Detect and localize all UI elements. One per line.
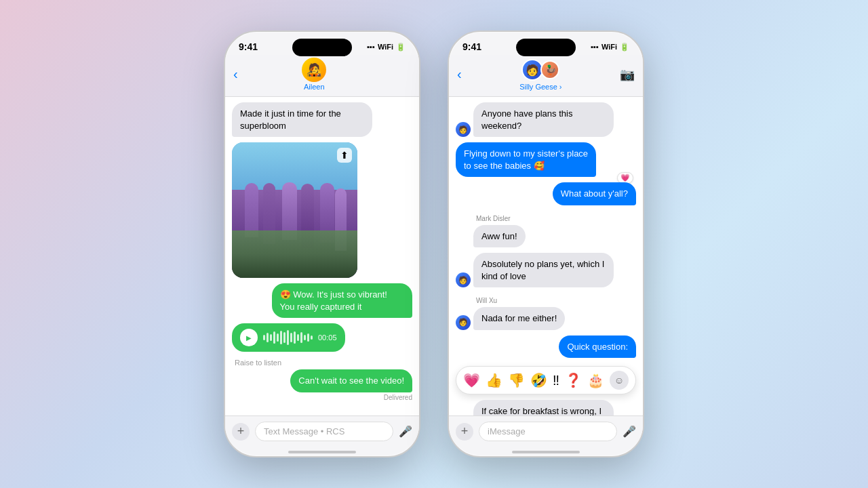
waveform (263, 330, 313, 345)
add-button-2[interactable]: + (456, 423, 473, 441)
message-row-sent: 😍 Wow. It's just so vibrant! You really … (232, 283, 412, 318)
dynamic-island-2 (516, 39, 576, 56)
bubble-cant-wait: Can't wait to see the video! (290, 369, 412, 392)
input-bar-2: + iMessage 🎤 (449, 415, 643, 447)
status-icons-2: ▪▪▪ WiFi 🔋 (591, 43, 629, 52)
bubble-quick: Quick question: (559, 336, 636, 359)
msg-plans-row: 🧑 Anyone have plans this weekend? (456, 102, 636, 137)
play-button[interactable]: ▶ (240, 329, 258, 346)
msg-yall-row: What about y'all? (456, 182, 636, 205)
battery-icon: 🔋 (396, 43, 406, 52)
msg-aww-row: Aww fun! (456, 225, 636, 248)
message-row-final: Can't wait to see the video! Delivered (232, 369, 412, 401)
group-avatars: 🧑 🦆 (521, 58, 559, 82)
status-icons-1: ▪▪▪ WiFi 🔋 (367, 43, 406, 52)
reaction-exclaim-btn[interactable]: ‼️ (553, 373, 559, 388)
msg-nada-row: 🧑 Nada for me either! (456, 307, 636, 330)
input-bar-1: + Text Message • RCS 🎤 (225, 415, 419, 447)
bubble-noplans: Absolutely no plans yet, which I kind of… (473, 253, 614, 287)
bubble-yall: What about y'all? (553, 182, 636, 205)
messages-area-2: 🧑 Anyone have plans this weekend? Flying… (449, 97, 643, 415)
nav-bar-1: ‹ 🧑‍🎤 Aileen (225, 55, 419, 97)
contact-header-1[interactable]: 🧑‍🎤 Aileen (302, 58, 326, 91)
photo-row: ⬆ (232, 142, 412, 278)
reaction-heart-btn[interactable]: 💗 (463, 372, 480, 388)
mic-icon-2[interactable]: 🎤 (623, 425, 636, 438)
reaction-thumbsup-btn[interactable]: 👍 (486, 372, 502, 388)
nav-bar-2: ‹ 🧑 🦆 Silly Geese › 📷 (449, 55, 643, 97)
reaction-thumbsdown-btn[interactable]: 👎 (508, 372, 525, 388)
message-input-2[interactable]: iMessage (479, 422, 617, 441)
add-button-1[interactable]: + (232, 423, 250, 441)
share-photo-btn[interactable]: ⬆ (337, 148, 352, 163)
group-avatar-2: 🦆 (540, 60, 559, 79)
group-name: Silly Geese › (519, 83, 561, 91)
msg-noplans-row: 🧑 Absolutely no plans yet, which I kind … (456, 253, 636, 287)
raise-to-listen-label: Raise to listen (232, 359, 412, 367)
back-button-1[interactable]: ‹ (233, 66, 238, 82)
phone-1: 9:41 ▪▪▪ WiFi 🔋 ‹ 🧑‍🎤 Aileen Made it jus… (224, 30, 420, 458)
group-header[interactable]: 🧑 🦆 Silly Geese › (519, 58, 561, 91)
bubble-cake: If cake for breakfast is wrong, I don't … (473, 400, 614, 415)
msg-flying-wrapper: Flying down to my sister's place to see … (456, 142, 636, 177)
wifi-icon: WiFi (378, 43, 393, 51)
stems-bg (232, 230, 357, 278)
message-row: Made it just in time for the superbloom (232, 102, 412, 137)
bubble-aww: Aww fun! (473, 225, 526, 248)
msg-avatar-noplans: 🧑 (456, 272, 471, 287)
wifi-icon-2: WiFi (601, 43, 617, 51)
msg-flying-row: Flying down to my sister's place to see … (456, 142, 636, 177)
msg-avatar-plans: 🧑 (456, 122, 471, 137)
message-input-1[interactable]: Text Message • RCS (255, 422, 393, 441)
sender-mark: Mark Disler (456, 215, 636, 222)
home-indicator-1 (288, 451, 356, 453)
signal-icon-2: ▪▪▪ (591, 43, 599, 51)
reaction-question-btn[interactable]: ❓ (565, 372, 582, 388)
msg-cake-row: 🧑 If cake for breakfast is wrong, I don'… (456, 400, 636, 415)
back-button-2[interactable]: ‹ (457, 66, 462, 82)
msg-avatar-nada: 🧑 (456, 315, 471, 330)
bubble-flying: Flying down to my sister's place to see … (456, 142, 596, 177)
time-2: 9:41 (462, 41, 481, 52)
bubble-received: Made it just in time for the superbloom (232, 102, 372, 137)
plant-1 (245, 183, 258, 237)
msg-quick-row: Quick question: (456, 336, 636, 359)
mic-icon-1[interactable]: 🎤 (399, 425, 412, 438)
photo-bubble[interactable]: ⬆ (232, 142, 357, 278)
contact-avatar-1: 🧑‍🎤 (302, 58, 326, 82)
messages-area-1: Made it just in time for the superbloom … (225, 97, 419, 415)
sender-will-1: Will Xu (456, 297, 636, 304)
battery-icon-2: 🔋 (620, 43, 629, 52)
phone-2: 9:41 ▪▪▪ WiFi 🔋 ‹ 🧑 🦆 Silly Geese › 📷 🧑 … (448, 30, 644, 458)
bubble-plans: Anyone have plans this weekend? (473, 102, 614, 137)
contact-name-1: Aileen (304, 83, 325, 91)
reaction-toolbar: 💗 👍 👎 🤣 ‼️ ❓ 🎂 ☺ (456, 366, 636, 394)
signal-icon: ▪▪▪ (367, 43, 375, 51)
bubble-sent-green: 😍 Wow. It's just so vibrant! You really … (272, 283, 412, 318)
audio-duration: 00:05 (318, 333, 337, 342)
delivered-label: Delivered (384, 394, 412, 401)
reaction-more-btn[interactable]: ☺ (610, 371, 629, 390)
dynamic-island-1 (292, 39, 352, 56)
home-indicator-2 (512, 451, 580, 453)
reaction-cake-btn[interactable]: 🎂 (587, 372, 604, 388)
audio-row: ▶ 00:05 (232, 323, 412, 352)
time-1: 9:41 (239, 41, 258, 52)
bubble-nada: Nada for me either! (473, 307, 565, 330)
reaction-haha-btn[interactable]: 🤣 (530, 372, 547, 388)
video-call-button[interactable]: 📷 (620, 67, 635, 82)
audio-bubble[interactable]: ▶ 00:05 (232, 323, 345, 352)
